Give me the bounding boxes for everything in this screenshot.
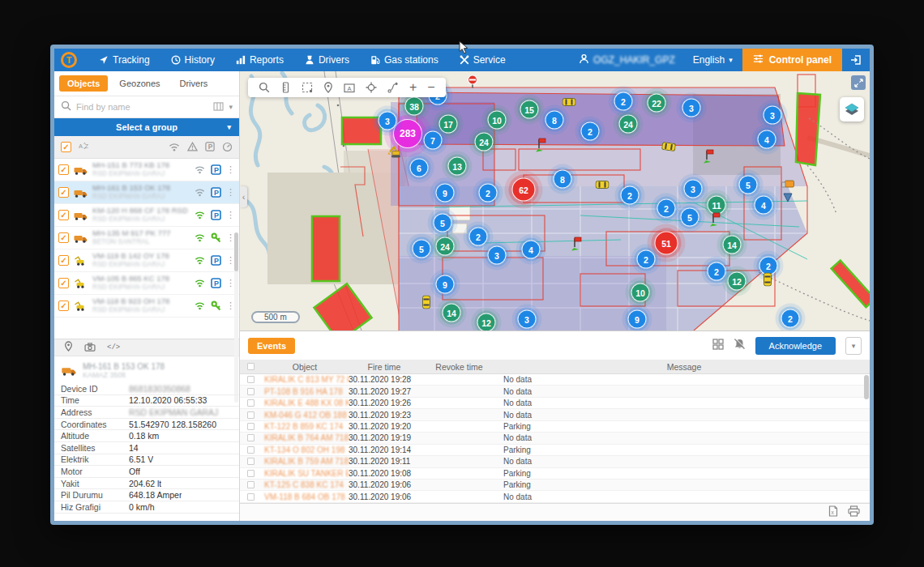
event-checkbox[interactable] <box>247 423 255 430</box>
event-row[interactable]: PT-108 B 916 HA 17830.11.2020 19:27No da… <box>240 386 870 397</box>
map-canvas[interactable]: 2836251381710241315242211141210241412237… <box>240 71 870 330</box>
map-cluster[interactable]: 2 <box>621 186 640 205</box>
map-cluster[interactable]: 3 <box>518 310 537 329</box>
map-cluster[interactable]: 2 <box>781 309 800 328</box>
map-cluster[interactable]: 8 <box>554 170 572 189</box>
group-selector[interactable]: Select a group ▾ <box>54 118 239 136</box>
search-input[interactable] <box>76 102 208 112</box>
mute-bell-icon[interactable] <box>734 338 746 353</box>
event-checkbox[interactable] <box>247 399 255 407</box>
map-ruler-icon[interactable] <box>280 82 291 93</box>
location-pin-icon[interactable] <box>64 340 73 355</box>
map-cluster[interactable]: 38 <box>405 97 424 116</box>
map-cluster[interactable]: 8 <box>545 111 564 130</box>
vehicle-checkbox[interactable] <box>58 278 69 288</box>
map-cluster[interactable]: 9 <box>436 275 455 294</box>
tab-objects[interactable]: Objects <box>59 75 108 92</box>
vehicle-checkbox[interactable] <box>58 232 69 243</box>
map-cluster[interactable]: 10 <box>631 284 650 302</box>
event-checkbox[interactable] <box>247 493 255 501</box>
select-all-checkbox[interactable] <box>61 142 71 152</box>
vehicle-row[interactable]: MH-151 B 773 KB 178RSD EKIPMAN GARAJP⋮ <box>54 159 239 181</box>
map-no-entry-icon[interactable] <box>467 75 478 92</box>
sort-alpha-icon[interactable]: AZ <box>79 140 90 155</box>
map-cluster[interactable]: 2 <box>469 228 488 246</box>
map-flag-icon[interactable] <box>708 212 721 230</box>
column-object[interactable]: Object <box>261 362 349 372</box>
map-cluster[interactable]: 5 <box>681 208 699 227</box>
vehicle-row[interactable]: VM-105 B 865 KC 178RSD EKIPMAN GARAJP⋮ <box>54 272 239 295</box>
language-selector[interactable]: English ▾ <box>683 54 742 66</box>
event-checkbox[interactable] <box>247 411 255 419</box>
column-revoke-time[interactable]: Revoke time <box>420 362 498 372</box>
grid-view-icon[interactable] <box>712 339 724 353</box>
row-menu-icon[interactable]: ⋮ <box>226 164 235 175</box>
map-car-icon[interactable] <box>563 95 576 109</box>
event-row[interactable]: KIRALIK SU TANKER E 842...30.11.2020 19:… <box>240 468 870 480</box>
vehicle-checkbox[interactable] <box>58 210 69 220</box>
map-cluster[interactable]: 3 <box>488 246 507 265</box>
vehicle-checkbox[interactable] <box>58 301 69 311</box>
app-logo-icon[interactable]: T <box>61 52 77 68</box>
map-cluster[interactable]: 10 <box>488 111 507 130</box>
map-cluster[interactable]: 14 <box>443 304 461 322</box>
map-pointer-icon[interactable] <box>783 190 793 205</box>
nav-gas-stations[interactable]: Gas stations <box>360 49 449 71</box>
event-checkbox[interactable] <box>247 470 255 477</box>
sidebar-scrollbar[interactable] <box>234 232 238 403</box>
event-row[interactable]: KIRALIK C 813 MY 72 KA...30.11.2020 19:2… <box>240 374 870 386</box>
map-car-icon[interactable] <box>419 296 434 309</box>
map-cluster[interactable]: 9 <box>628 310 647 329</box>
map-cluster[interactable]: 2 <box>479 184 498 202</box>
map-search-icon[interactable] <box>259 82 270 93</box>
vehicle-row[interactable]: VM-119 B 142 OY 178RSD EKIPMAN GARAJP⋮ <box>54 249 239 272</box>
map-cluster[interactable]: 24 <box>436 237 455 256</box>
map-cluster[interactable]: 13 <box>448 157 467 176</box>
map-cluster[interactable]: 2 <box>637 250 656 269</box>
event-row[interactable]: KT-134 O 802 OH 19830.11.2020 19:14Parki… <box>240 445 870 456</box>
map-flag-icon[interactable] <box>569 237 582 254</box>
map-cluster[interactable]: 14 <box>723 236 742 254</box>
connection-filter-icon[interactable] <box>169 140 180 155</box>
map-zoom-out-button[interactable]: − <box>427 83 434 92</box>
acknowledge-button[interactable]: Acknowledge <box>755 337 836 355</box>
map-area-select-icon[interactable] <box>302 82 313 93</box>
column-message[interactable]: Message <box>498 362 870 372</box>
event-row[interactable]: KT-125 C 838 KC 17430.11.2020 19:06Parki… <box>240 480 870 491</box>
user-menu[interactable]: OGZ_HAKIR_GPZ <box>571 53 683 66</box>
map-cluster[interactable]: 6 <box>410 159 429 177</box>
event-row[interactable]: KM-046 G 412 OB 188 RSD30.11.2020 19:23N… <box>240 409 870 420</box>
map-cluster[interactable]: 4 <box>758 130 776 149</box>
vehicle-checkbox[interactable] <box>58 255 69 266</box>
alerts-filter-icon[interactable] <box>187 140 198 155</box>
nav-service[interactable]: Service <box>449 49 516 71</box>
map-cluster[interactable]: 17 <box>439 115 458 134</box>
vehicle-row[interactable]: VM-118 B 923 OH 178RSD EKIPMAN GARAJ⋮ <box>54 295 239 318</box>
event-checkbox[interactable] <box>247 388 255 395</box>
chevron-down-icon[interactable]: ▾ <box>229 103 233 111</box>
map-flag-icon[interactable] <box>533 138 546 156</box>
map-cluster[interactable]: 2 <box>614 92 633 111</box>
map-cluster[interactable]: 4 <box>522 241 541 259</box>
nav-drivers[interactable]: Drivers <box>294 49 360 71</box>
map-label-icon[interactable]: A <box>344 83 355 93</box>
row-menu-icon[interactable]: ⋮ <box>226 187 235 198</box>
map-cluster[interactable]: 5 <box>434 214 452 232</box>
map-cluster[interactable]: 3 <box>682 99 701 117</box>
map-car-icon[interactable] <box>596 177 610 192</box>
vehicle-checkbox[interactable] <box>58 164 69 175</box>
map-cluster[interactable]: 12 <box>728 272 746 291</box>
map-cluster[interactable]: 3 <box>764 106 782 125</box>
control-panel-button[interactable]: Control panel <box>742 49 842 71</box>
sidebar-collapse-handle[interactable]: ‹ <box>240 186 247 207</box>
event-checkbox[interactable] <box>247 376 255 383</box>
map-excavator-icon[interactable] <box>387 146 404 163</box>
map-cluster[interactable]: 62 <box>512 178 536 202</box>
map-cluster[interactable]: 9 <box>436 184 455 202</box>
camera-icon[interactable] <box>84 340 96 355</box>
map-car-icon[interactable] <box>661 139 676 155</box>
map-layers-button[interactable] <box>840 97 864 122</box>
map-cluster[interactable]: 24 <box>475 133 494 151</box>
map-cluster[interactable]: 2 <box>581 122 600 141</box>
map-marker-icon[interactable] <box>323 82 333 93</box>
